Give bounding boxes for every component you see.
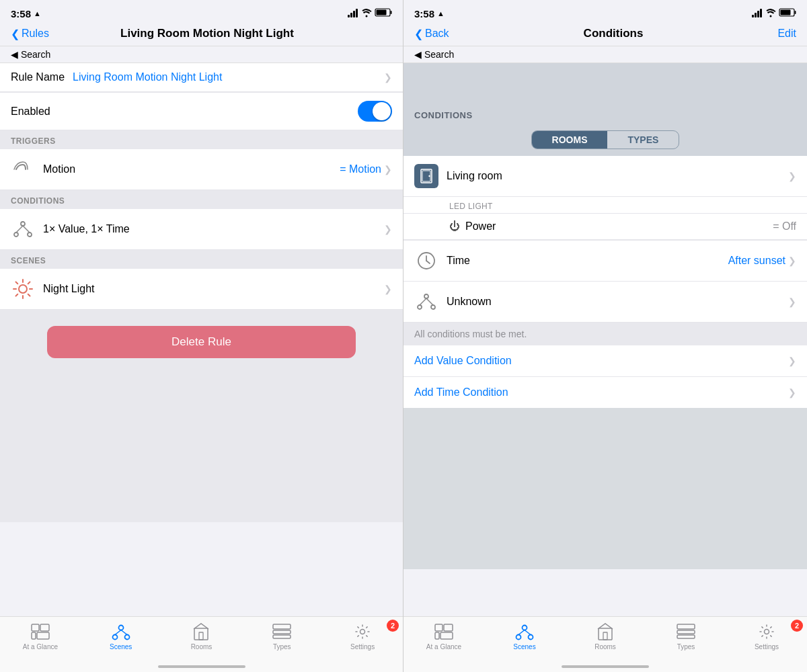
- segment-inner: ROOMS TYPES: [531, 130, 680, 149]
- delete-rule-button[interactable]: Delete Rule: [47, 326, 356, 358]
- delete-btn-container: Delete Rule: [0, 310, 403, 374]
- triggers-label: TRIGGERS: [11, 136, 56, 146]
- unknown-node-icon: [414, 290, 438, 314]
- search-area-right: ◀ Search: [404, 46, 807, 63]
- tab-at-a-glance-left[interactable]: At a Glance: [0, 622, 81, 650]
- all-conditions-bar: All conditions must be met.: [404, 323, 807, 345]
- svg-rect-29: [273, 630, 291, 634]
- search-link-left: ◀ Search: [11, 49, 392, 60]
- svg-rect-57: [677, 624, 695, 629]
- edit-button[interactable]: Edit: [777, 28, 796, 40]
- motion-icon: [11, 157, 35, 181]
- empty-area-right: [404, 408, 807, 569]
- conditions-section-header-right: CONDITIONS: [404, 103, 807, 126]
- tab-scenes-label-right: Scenes: [513, 643, 535, 650]
- types-tab-icon-left: [272, 622, 291, 641]
- svg-line-25: [121, 630, 127, 635]
- triggers-section-header: TRIGGERS: [0, 130, 403, 149]
- back-button-right[interactable]: ❮ Back: [414, 28, 449, 40]
- unknown-label: Unknown: [447, 296, 492, 308]
- settings-badge-right: 2: [791, 620, 803, 632]
- add-time-condition-row[interactable]: Add Time Condition ❯: [404, 377, 807, 408]
- motion-chevron: ❯: [384, 164, 392, 175]
- types-tab-icon-right: [677, 622, 695, 641]
- tab-types-left[interactable]: Types: [241, 622, 322, 650]
- time-chevron: ❯: [788, 255, 796, 266]
- segment-types-button[interactable]: TYPES: [607, 131, 679, 149]
- tab-rooms-right[interactable]: Rooms: [565, 622, 646, 650]
- segment-rooms-button[interactable]: ROOMS: [532, 131, 608, 149]
- unknown-chevron: ❯: [788, 296, 796, 307]
- svg-rect-55: [599, 628, 612, 640]
- home-indicator-right: [562, 665, 649, 668]
- condition-chevron: ❯: [384, 224, 392, 235]
- search-area-left: ◀ Search: [0, 46, 403, 63]
- unknown-row[interactable]: Unknown ❯: [404, 282, 807, 323]
- left-phone: 3:58 ▲ ❮ Rul: [0, 0, 404, 672]
- search-link-right: ◀ Search: [414, 49, 796, 60]
- time-row[interactable]: Time After sunset ❯: [404, 240, 807, 282]
- rule-name-row[interactable]: Rule Name Living Room Motion Night Light…: [0, 63, 403, 92]
- enabled-toggle[interactable]: [358, 101, 392, 122]
- tab-types-right[interactable]: Types: [646, 622, 726, 650]
- page-title-right: Conditions: [584, 27, 644, 40]
- time-label: Time: [447, 255, 470, 267]
- tab-rooms-left[interactable]: Rooms: [161, 622, 242, 650]
- svg-rect-19: [32, 632, 36, 639]
- scenes-section-header: SCENES: [0, 250, 403, 269]
- rooms-tab-icon-right: [596, 622, 615, 641]
- power-row[interactable]: ⏻ Power = Off: [404, 214, 807, 240]
- tab-bar-left: At a Glance Scenes: [0, 616, 403, 672]
- svg-line-15: [28, 282, 30, 284]
- tab-scenes-left[interactable]: Scenes: [81, 622, 161, 650]
- svg-point-21: [118, 626, 123, 630]
- svg-line-7: [23, 226, 30, 233]
- svg-point-52: [529, 635, 533, 640]
- add-value-condition-row[interactable]: Add Value Condition ❯: [404, 345, 807, 377]
- content-left: Rule Name Living Room Motion Night Light…: [0, 63, 403, 616]
- svg-rect-58: [677, 630, 695, 634]
- settings-tab-icon-right: [757, 622, 776, 641]
- tab-at-a-glance-label-left: At a Glance: [23, 643, 58, 650]
- svg-point-8: [19, 285, 27, 293]
- svg-rect-47: [444, 624, 453, 631]
- svg-line-53: [518, 630, 525, 635]
- at-a-glance-icon-right: [434, 622, 453, 641]
- content-right: CONDITIONS ROOMS TYPES Living r: [404, 63, 807, 616]
- svg-point-31: [360, 630, 365, 634]
- night-light-chevron: ❯: [384, 284, 392, 294]
- scenes-tab-icon: [112, 622, 130, 641]
- tab-scenes-right[interactable]: Scenes: [484, 622, 565, 650]
- night-light-row[interactable]: Night Light ❯: [0, 269, 403, 310]
- power-icon: ⏻: [449, 220, 460, 233]
- svg-rect-59: [677, 635, 695, 638]
- svg-rect-20: [37, 632, 49, 639]
- living-room-row[interactable]: Living room ❯: [404, 156, 807, 197]
- add-time-condition-label[interactable]: Add Time Condition: [414, 386, 788, 398]
- svg-line-40: [426, 261, 430, 263]
- back-button-left[interactable]: ❮ Rules: [11, 28, 49, 40]
- svg-point-23: [124, 635, 129, 640]
- power-value: = Off: [773, 220, 796, 233]
- condition-label: 1× Value, 1× Time: [43, 223, 130, 235]
- rule-name-chevron: ❯: [384, 72, 392, 83]
- add-value-condition-label[interactable]: Add Value Condition: [414, 355, 788, 367]
- svg-line-24: [115, 630, 121, 635]
- add-value-chevron: ❯: [788, 355, 796, 366]
- motion-trigger-row[interactable]: Motion = Motion ❯: [0, 149, 403, 190]
- tab-at-a-glance-right[interactable]: At a Glance: [404, 622, 484, 650]
- night-light-label: Night Light: [43, 283, 95, 295]
- enabled-row[interactable]: Enabled: [0, 92, 403, 130]
- tab-settings-left[interactable]: 2 Settings: [322, 622, 403, 650]
- svg-point-51: [516, 635, 521, 640]
- conditions-row[interactable]: 1× Value, 1× Time ❯: [0, 209, 403, 250]
- tab-rooms-label-left: Rooms: [191, 643, 213, 650]
- svg-rect-33: [781, 10, 791, 15]
- svg-point-37: [428, 175, 430, 177]
- all-conditions-text: All conditions must be met.: [414, 329, 527, 339]
- tab-settings-right[interactable]: 2 Settings: [726, 622, 807, 650]
- page-title-left: Living Room Motion Night Light: [120, 27, 294, 40]
- conditions-label: CONDITIONS: [11, 196, 65, 206]
- home-indicator-left: [158, 665, 245, 668]
- svg-line-13: [16, 282, 18, 284]
